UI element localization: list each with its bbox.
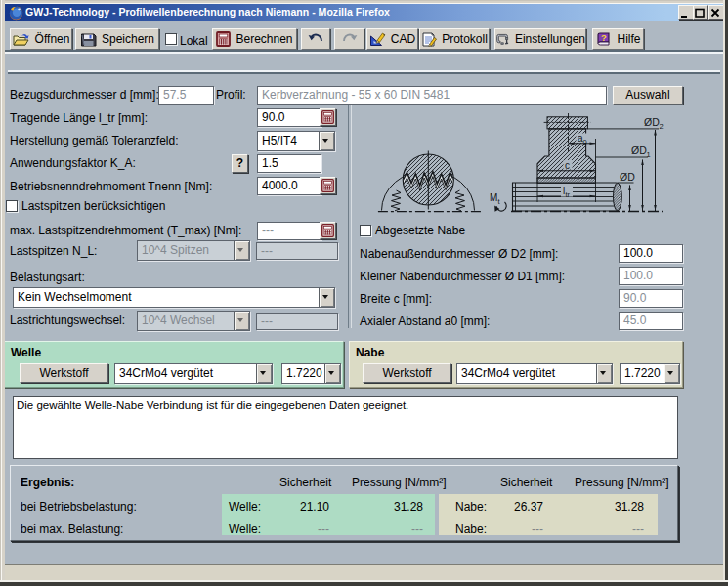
svg-text:ØD: ØD — [620, 171, 635, 183]
svg-text:1: 1 — [647, 150, 651, 159]
svg-text:M: M — [490, 192, 497, 203]
svg-text:c: c — [565, 160, 570, 171]
svg-text:tr: tr — [566, 190, 571, 199]
svg-text:t: t — [498, 197, 501, 206]
svg-text:?: ? — [601, 32, 607, 43]
svg-text:ØD: ØD — [631, 145, 647, 156]
svg-text:ØD: ØD — [644, 116, 660, 128]
svg-text:0: 0 — [583, 138, 587, 146]
svg-text:2: 2 — [660, 122, 664, 131]
